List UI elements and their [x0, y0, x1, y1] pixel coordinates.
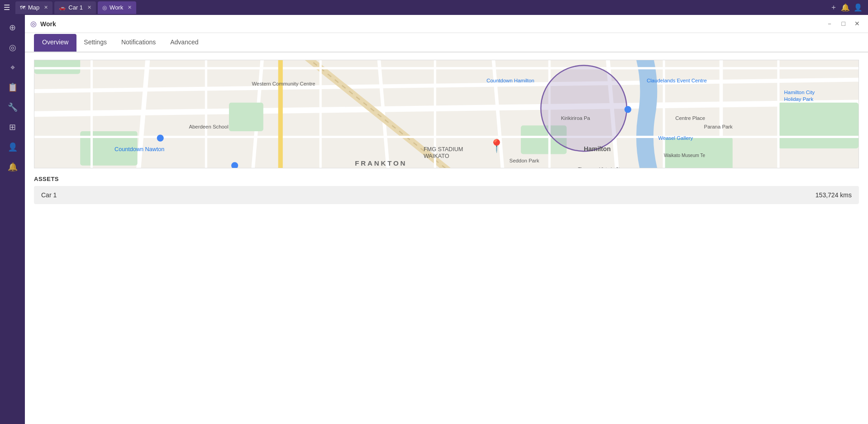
add-button[interactable]: ＋: [830, 3, 837, 12]
svg-text:WAIKATO: WAIKATO: [424, 153, 449, 159]
asset-distance: 153,724 kms: [816, 191, 852, 199]
minimize-button[interactable]: －: [824, 19, 835, 29]
svg-text:Seddon Park: Seddon Park: [510, 158, 539, 163]
svg-text:FRANKTON: FRANKTON: [355, 159, 407, 167]
svg-text:Weasel Gallery: Weasel Gallery: [658, 135, 693, 141]
main-layout: ⊕ ◎ ⌖ 📋 🔧 ⊞ 👤 🔔 ◎ Work －: [0, 15, 868, 424]
tab-advanced[interactable]: Advanced: [163, 33, 205, 52]
map-tab-label: Map: [28, 4, 39, 11]
map-svg: 📍 Countdown Nawton Fraser High School Cl…: [34, 60, 858, 168]
car1-tab-label: Car 1: [68, 4, 83, 11]
close-window-button[interactable]: ✕: [852, 19, 863, 29]
svg-text:Countdown Hamilton: Countdown Hamilton: [486, 78, 534, 83]
tab-car1[interactable]: 🚗 Car 1 ✕: [54, 1, 96, 14]
user-button[interactable]: 👤: [854, 3, 863, 12]
sidebar-item-zones[interactable]: ⊞: [4, 118, 22, 136]
map-container[interactable]: 📍 Countdown Nawton Fraser High School Cl…: [34, 60, 859, 168]
car1-tab-icon: 🚗: [59, 5, 66, 11]
tab-settings[interactable]: Settings: [76, 33, 114, 52]
window-title-icon: ◎: [30, 19, 37, 28]
users-icon: 👤: [8, 142, 18, 152]
sidebar: ⊕ ◎ ⌖ 📋 🔧 ⊞ 👤 🔔: [0, 15, 25, 424]
svg-text:Waikato Museum Te: Waikato Museum Te: [664, 153, 705, 158]
map-icon: ⊕: [9, 23, 16, 33]
tab-map[interactable]: 🗺 Map ✕: [15, 1, 52, 14]
window-controls: － □ ✕: [824, 19, 863, 29]
maximize-button[interactable]: □: [839, 19, 848, 29]
content-area: ◎ Work － □ ✕ Overview Settings Notificat…: [25, 15, 868, 424]
routes-icon: ⌖: [10, 63, 15, 72]
reports-icon: 📋: [8, 82, 18, 92]
sidebar-item-routes[interactable]: ⌖: [4, 58, 22, 76]
svg-rect-12: [229, 103, 263, 131]
sidebar-item-tools[interactable]: 🔧: [4, 98, 22, 116]
sidebar-item-map[interactable]: ⊕: [4, 19, 22, 37]
svg-text:Centre Place: Centre Place: [675, 115, 705, 121]
tracking-icon: ◎: [9, 43, 16, 52]
top-tab-bar: ☰ 🗺 Map ✕ 🚗 Car 1 ✕ ◎ Work ✕ ＋ 🔔 👤: [0, 0, 868, 15]
work-tab-icon: ◎: [102, 5, 107, 11]
car1-tab-close[interactable]: ✕: [87, 5, 91, 10]
asset-row[interactable]: Car 1 153,724 kms: [34, 186, 859, 204]
svg-text:Kirikiriroa Pa: Kirikiriroa Pa: [561, 115, 590, 121]
svg-text:Aberdeen School: Aberdeen School: [189, 124, 228, 129]
sidebar-item-alerts[interactable]: 🔔: [4, 158, 22, 176]
work-tab-close[interactable]: ✕: [128, 5, 132, 10]
svg-text:FMG STADIUM: FMG STADIUM: [424, 146, 463, 152]
asset-name: Car 1: [41, 191, 57, 199]
tab-notifications[interactable]: Notifications: [114, 33, 163, 52]
tab-actions: ＋ 🔔 👤: [830, 3, 868, 12]
assets-title: Assets: [34, 176, 859, 182]
svg-point-56: [625, 106, 631, 113]
sidebar-item-tracking[interactable]: ◎: [4, 38, 22, 57]
svg-text:Hamilton: Hamilton: [584, 145, 611, 152]
hamburger-icon[interactable]: ☰: [4, 3, 10, 12]
tab-navigation: Overview Settings Notifications Advanced: [25, 33, 868, 52]
assets-section: Assets Car 1 153,724 kms: [25, 176, 868, 424]
svg-rect-14: [664, 137, 733, 168]
svg-text:Timezone Victoria St: Timezone Victoria St: [578, 167, 620, 168]
map-tab-icon: 🗺: [20, 5, 25, 11]
zones-icon: ⊞: [9, 122, 16, 132]
alerts-icon: 🔔: [8, 162, 18, 172]
tools-icon: 🔧: [8, 102, 18, 112]
svg-text:Western Community Centre: Western Community Centre: [252, 81, 315, 86]
main-panel: Overview Settings Notifications Advanced: [25, 33, 868, 424]
map-tab-close[interactable]: ✕: [44, 5, 48, 10]
tab-work[interactable]: ◎ Work ✕: [98, 1, 136, 14]
svg-text:Parana Park: Parana Park: [704, 124, 733, 129]
svg-point-54: [157, 135, 164, 142]
window-titlebar: ◎ Work － □ ✕: [25, 15, 868, 33]
svg-text:Countdown Nawton: Countdown Nawton: [114, 146, 164, 152]
svg-rect-16: [34, 60, 80, 74]
bell-button[interactable]: 🔔: [841, 3, 850, 12]
svg-rect-15: [778, 103, 858, 148]
svg-text:Holiday Park: Holiday Park: [784, 96, 814, 102]
sidebar-item-reports[interactable]: 📋: [4, 78, 22, 96]
window-title: Work: [40, 20, 824, 28]
svg-text:Claudelands Event Centre: Claudelands Event Centre: [647, 78, 707, 83]
svg-point-27: [541, 66, 627, 152]
sidebar-item-users[interactable]: 👤: [4, 138, 22, 156]
tab-overview[interactable]: Overview: [34, 34, 76, 52]
svg-text:Hamilton City: Hamilton City: [784, 90, 815, 95]
svg-text:📍: 📍: [489, 138, 505, 153]
work-tab-label: Work: [110, 4, 123, 11]
